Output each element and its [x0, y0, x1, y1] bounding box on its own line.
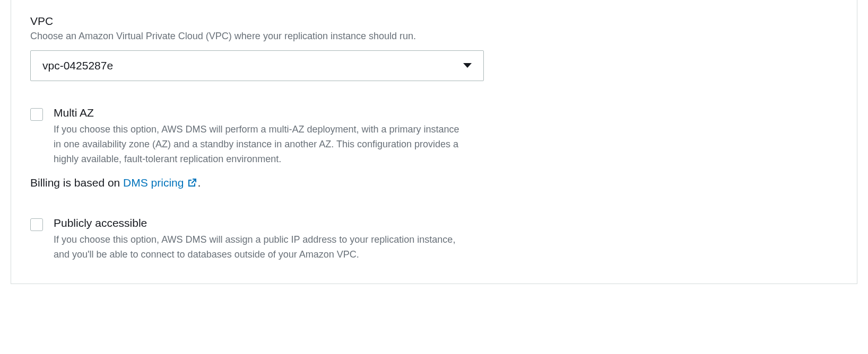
- vpc-select-value: vpc-0425287e: [42, 59, 113, 72]
- vpc-select-wrapper: vpc-0425287e: [30, 50, 484, 81]
- multi-az-label[interactable]: Multi AZ: [54, 107, 467, 119]
- billing-prefix: Billing is based on: [30, 176, 123, 189]
- multi-az-description: If you choose this option, AWS DMS will …: [54, 122, 467, 167]
- publicly-accessible-description: If you choose this option, AWS DMS will …: [54, 233, 467, 262]
- publicly-accessible-content: Publicly accessible If you choose this o…: [54, 217, 467, 262]
- billing-text: Billing is based on DMS pricing.: [30, 176, 838, 189]
- billing-suffix: .: [197, 176, 201, 189]
- multi-az-content: Multi AZ If you choose this option, AWS …: [54, 107, 467, 167]
- publicly-accessible-checkbox[interactable]: [30, 218, 43, 231]
- vpc-label: VPC: [30, 15, 838, 28]
- vpc-description: Choose an Amazon Virtual Private Cloud (…: [30, 30, 838, 43]
- external-link-icon: [187, 178, 197, 188]
- vpc-select[interactable]: vpc-0425287e: [30, 50, 484, 81]
- publicly-accessible-label[interactable]: Publicly accessible: [54, 217, 467, 229]
- publicly-accessible-field-group: Publicly accessible If you choose this o…: [30, 217, 838, 262]
- multi-az-field-group: Multi AZ If you choose this option, AWS …: [30, 107, 838, 189]
- vpc-field-group: VPC Choose an Amazon Virtual Private Clo…: [30, 15, 838, 81]
- dms-pricing-link-text: DMS pricing: [123, 176, 184, 189]
- publicly-accessible-checkbox-row: Publicly accessible If you choose this o…: [30, 217, 838, 262]
- multi-az-checkbox[interactable]: [30, 108, 43, 121]
- multi-az-checkbox-row: Multi AZ If you choose this option, AWS …: [30, 107, 838, 167]
- dms-pricing-link[interactable]: DMS pricing: [123, 176, 197, 189]
- form-panel: VPC Choose an Amazon Virtual Private Clo…: [11, 0, 857, 284]
